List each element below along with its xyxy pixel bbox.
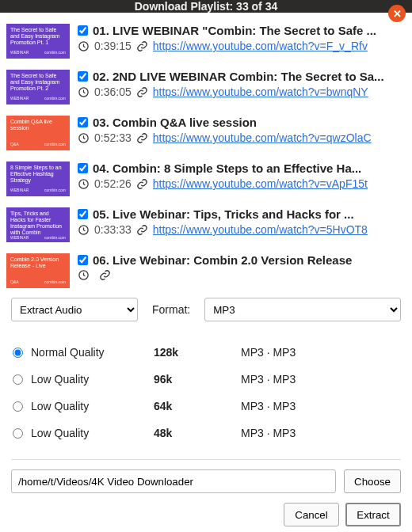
link-icon	[136, 178, 148, 190]
quality-radio[interactable]	[13, 401, 23, 412]
clock-icon	[78, 178, 90, 190]
quality-bitrate: 128k	[154, 346, 241, 359]
quality-name: Normal Quality	[31, 346, 154, 359]
thumbnail: Combin Q&A live sessionQ&Acombin.com	[6, 116, 70, 150]
quality-row[interactable]: Low Quality96kMP3 · MP3	[11, 366, 401, 393]
item-title: 06. Live Webinar: Combin 2.0 Version Rel…	[93, 253, 352, 267]
quality-codec: MP3 · MP3	[241, 346, 296, 359]
item-checkbox[interactable]	[78, 255, 88, 265]
item-checkbox[interactable]	[78, 71, 88, 82]
clock-icon	[78, 86, 90, 98]
clock-icon	[78, 132, 90, 144]
action-select[interactable]: Extract Audio	[11, 298, 138, 321]
thumb-text: Tips, Tricks and Hacks for Faster Instag…	[10, 211, 66, 236]
item-checkbox[interactable]	[78, 25, 88, 36]
quality-name: Low Quality	[31, 373, 154, 386]
playlist-item: Combin 2.0 Version Release - LiveQ&Acomb…	[6, 249, 402, 290]
path-input[interactable]	[11, 469, 336, 493]
thumb-text: Combin Q&A live session	[10, 119, 66, 131]
item-duration: 0:52:33	[94, 131, 132, 144]
item-duration: 0:36:05	[94, 86, 132, 98]
link-icon	[136, 224, 148, 236]
thumbnail: The Secret to Safe and Easy Instagram Pr…	[6, 70, 70, 104]
item-url[interactable]: https://www.youtube.com/watch?v=vApF15t	[153, 177, 368, 190]
choose-button[interactable]: Choose	[344, 469, 401, 493]
playlist-item: 8 Simple Steps to an Effective Hashtag S…	[6, 157, 402, 203]
clock-icon	[78, 269, 90, 281]
item-duration: 0:39:15	[94, 40, 132, 52]
quality-table: Normal Quality128kMP3 · MP3Low Quality96…	[0, 339, 412, 453]
link-icon	[136, 132, 148, 144]
format-select[interactable]: MP3	[204, 298, 401, 321]
thumbnail: The Secret to Safe and Easy Instagram Pr…	[6, 24, 70, 59]
divider	[11, 459, 401, 460]
clock-icon	[78, 224, 90, 236]
quality-bitrate: 96k	[154, 373, 241, 386]
path-row: Choose	[0, 466, 412, 498]
playlist-item: The Secret to Safe and Easy Instagram Pr…	[6, 19, 402, 65]
thumbnail: Tips, Tricks and Hacks for Faster Instag…	[6, 207, 70, 242]
quality-row[interactable]: Low Quality64kMP3 · MP3	[11, 393, 401, 420]
item-url[interactable]: https://www.youtube.com/watch?v=5HvOT8	[153, 223, 368, 236]
extract-button[interactable]: Extract	[345, 503, 401, 526]
playlist-item: Tips, Tricks and Hacks for Faster Instag…	[6, 203, 402, 249]
item-url[interactable]: https://www.youtube.com/watch?v=F_v_Rfv	[153, 40, 368, 52]
item-title: 04. Combin: 8 Simple Steps to an Effecti…	[93, 162, 361, 175]
quality-codec: MP3 · MP3	[241, 427, 296, 439]
quality-row[interactable]: Normal Quality128kMP3 · MP3	[11, 339, 401, 366]
format-label: Format:	[152, 303, 190, 316]
quality-codec: MP3 · MP3	[241, 400, 296, 412]
item-title: 02. 2ND LIVE WEBINAR Combin: The Secret …	[93, 70, 384, 83]
playlist-item: Combin Q&A live sessionQ&Acombin.com03. …	[6, 111, 402, 157]
item-title: 01. LIVE WEBINAR "Combin: The Secret to …	[93, 24, 376, 37]
window-title: Download Playlist: 33 of 34	[135, 0, 278, 13]
link-icon	[136, 40, 148, 52]
item-duration: 0:52:26	[94, 177, 132, 190]
controls-panel: Extract Audio Format: MP3	[0, 290, 412, 339]
footer-buttons: Cancel Extract	[0, 498, 412, 532]
item-url[interactable]: https://www.youtube.com/watch?v=qwzOlaC	[153, 131, 372, 144]
titlebar: Download Playlist: 33 of 34 ✕	[0, 0, 412, 13]
thumb-text: Combin 2.0 Version Release - Live	[10, 256, 66, 269]
thumb-text: The Secret to Safe and Easy Instagram Pr…	[10, 27, 66, 46]
link-icon	[136, 86, 148, 98]
item-url[interactable]: https://www.youtube.com/watch?v=bwnqNY	[153, 86, 368, 98]
cancel-button[interactable]: Cancel	[284, 503, 339, 526]
quality-row[interactable]: Low Quality48kMP3 · MP3	[11, 420, 401, 446]
quality-radio[interactable]	[13, 428, 23, 439]
thumbnail: Combin 2.0 Version Release - LiveQ&Acomb…	[6, 253, 70, 288]
quality-bitrate: 48k	[154, 427, 241, 439]
item-checkbox[interactable]	[78, 209, 88, 219]
quality-radio[interactable]	[13, 348, 23, 358]
item-title: 03. Combin Q&A live session	[93, 116, 257, 129]
thumb-text: 8 Simple Steps to an Effective Hashtag S…	[10, 165, 66, 184]
item-title: 05. Live Webinar: Tips, Tricks and Hacks…	[93, 207, 354, 221]
clock-icon	[78, 40, 90, 52]
thumbnail: 8 Simple Steps to an Effective Hashtag S…	[6, 162, 70, 196]
quality-bitrate: 64k	[154, 400, 241, 412]
link-icon	[99, 269, 111, 281]
quality-name: Low Quality	[31, 400, 154, 412]
item-checkbox[interactable]	[78, 163, 88, 173]
quality-codec: MP3 · MP3	[241, 373, 296, 386]
thumb-text: The Secret to Safe and Easy Instagram Pr…	[10, 73, 66, 92]
quality-name: Low Quality	[31, 427, 154, 439]
close-icon[interactable]: ✕	[388, 5, 406, 22]
playlist-item: The Secret to Safe and Easy Instagram Pr…	[6, 65, 402, 111]
quality-radio[interactable]	[13, 374, 23, 385]
playlist-list: The Secret to Safe and Easy Instagram Pr…	[0, 13, 412, 290]
item-checkbox[interactable]	[78, 117, 88, 127]
item-duration: 0:33:33	[94, 223, 132, 236]
